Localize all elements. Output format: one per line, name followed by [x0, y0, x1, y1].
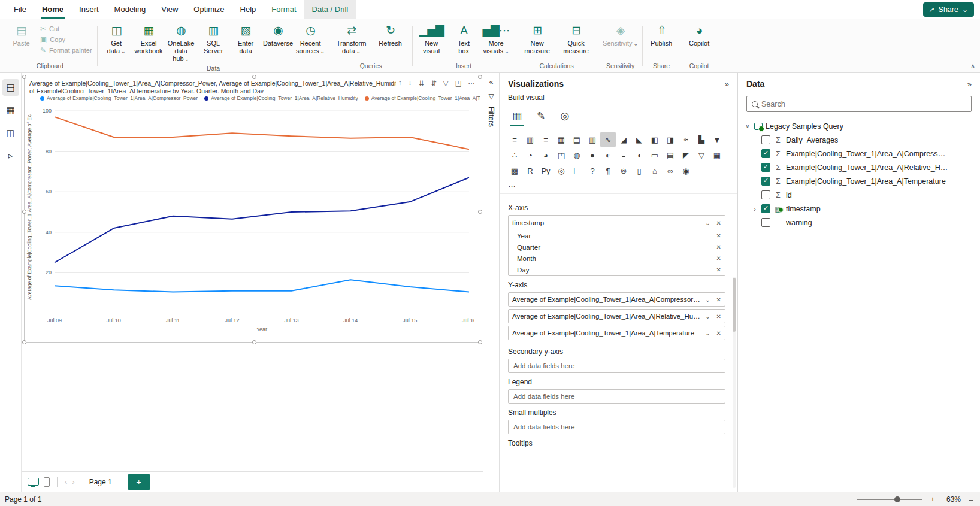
visual-type-button[interactable]: ◖	[631, 147, 647, 163]
visual-type-button[interactable]: ◒	[616, 147, 631, 163]
menu-tab[interactable]: Format	[264, 0, 304, 19]
format-painter-button[interactable]: ✎ Format painter	[38, 46, 95, 55]
remove-field-icon[interactable]: ✕	[714, 330, 721, 337]
visual-type-button[interactable]: ≡	[507, 132, 522, 147]
zoom-slider[interactable]	[857, 499, 922, 500]
menu-tab[interactable]: Insert	[71, 0, 107, 19]
visual-type-button[interactable]: ▭	[647, 147, 663, 163]
legend-item[interactable]: Average of Example|Cooling_Tower_1|Area_…	[365, 95, 480, 101]
resize-handle[interactable]	[22, 210, 26, 214]
visual-type-button[interactable]: ▤	[663, 147, 678, 163]
visual-type-button[interactable]: ▤	[569, 132, 585, 147]
ribbon-button[interactable]: ◉ Dataverse⌄	[262, 20, 294, 48]
cut-button[interactable]: ✂ Cut	[38, 24, 95, 34]
add-data-fields-dropzone[interactable]: Add data fields here	[508, 359, 725, 373]
resize-handle[interactable]	[252, 75, 256, 79]
resize-handle[interactable]	[478, 340, 482, 344]
field-row[interactable]: › Example|Cooling_Tower_1|Area_A|Compres…	[744, 147, 975, 160]
desktop-view-icon[interactable]	[28, 478, 39, 486]
hierarchy-level-item[interactable]: Month ✕	[509, 253, 725, 264]
visual-type-button[interactable]: ▙	[694, 132, 709, 147]
remove-field-icon[interactable]: ✕	[714, 220, 721, 226]
panel-mode-button[interactable]: ▦	[508, 107, 526, 125]
ribbon-button[interactable]: ▥ SQL Server⌄	[198, 20, 229, 56]
visual-type-button[interactable]: ▥	[522, 132, 538, 147]
visual-type-button[interactable]: ◰	[553, 147, 569, 163]
field-checkbox[interactable]	[761, 163, 770, 172]
menu-tab[interactable]: Help	[232, 0, 264, 19]
field-row[interactable]: › Example|Cooling_Tower_1|Area_A|Tempera…	[744, 174, 975, 188]
view-rail-button[interactable]: ▦	[2, 102, 19, 119]
hierarchy-level-item[interactable]: Quarter ✕	[509, 241, 725, 253]
field-checkbox[interactable]	[761, 149, 770, 158]
field-row[interactable]: › Daily_Averages	[744, 133, 975, 147]
add-page-button[interactable]: +	[128, 474, 150, 490]
collapse-ribbon-button[interactable]: ∧	[970, 62, 975, 70]
visual-type-button[interactable]: ▥	[585, 132, 600, 147]
field-row[interactable]: › id	[744, 188, 975, 202]
visual-type-button[interactable]: ◔	[522, 147, 538, 163]
legend-item[interactable]: Average of Example|Cooling_Tower_1|Area_…	[204, 95, 358, 101]
visual-type-button[interactable]: ▩	[507, 163, 522, 178]
visual-type-button[interactable]: ◍	[569, 147, 585, 163]
field-checkbox[interactable]	[761, 135, 770, 144]
visual-type-button[interactable]: ▦	[553, 132, 569, 147]
add-data-fields-dropzone[interactable]: Add data fields here	[508, 420, 725, 434]
visual-type-button[interactable]: ◕	[538, 147, 553, 163]
drill-down-icon[interactable]: ↓	[409, 79, 412, 87]
focus-mode-icon[interactable]: ◳	[455, 79, 462, 87]
collapse-data-pane-button[interactable]: »	[967, 80, 972, 89]
view-rail-button[interactable]: ◫	[2, 125, 19, 141]
visual-type-button[interactable]: ◎	[553, 163, 569, 178]
field-pill[interactable]: Average of Example|Cooling_Tower_1|Area_…	[508, 326, 725, 340]
visual-type-button[interactable]: ⌂	[647, 163, 663, 178]
menu-tab[interactable]: Modeling	[107, 0, 154, 19]
collapse-table-icon[interactable]: ∨	[744, 123, 751, 129]
hierarchy-level-item[interactable]: Year ✕	[509, 230, 725, 241]
visual-type-button[interactable]: ◢	[616, 132, 631, 147]
remove-field-icon[interactable]: ✕	[714, 296, 721, 303]
resize-handle[interactable]	[252, 340, 256, 344]
ribbon-button[interactable]: ◫ Get data⌄	[101, 20, 132, 56]
add-data-fields-dropzone[interactable]: Add data fields here	[508, 389, 725, 404]
zoom-in-button[interactable]: +	[928, 495, 937, 504]
field-row[interactable]: › Example|Cooling_Tower_1|Area_A|Relativ…	[744, 160, 975, 174]
visual-type-button[interactable]: ◨	[663, 132, 678, 147]
visual-type-button[interactable]: ¶	[600, 163, 616, 178]
zoom-slider-thumb[interactable]	[894, 496, 900, 502]
ribbon-button[interactable]: ◈ Sensitivity⌄	[601, 20, 640, 49]
remove-field-icon[interactable]: ✕	[714, 232, 721, 239]
chevron-down-icon[interactable]: ⌄	[701, 330, 713, 337]
fit-to-page-icon[interactable]	[967, 496, 975, 502]
scrollbar-thumb[interactable]	[733, 278, 736, 332]
more-options-icon[interactable]: ⋯	[468, 79, 476, 87]
collapse-visualizations-pane-button[interactable]: »	[725, 80, 729, 89]
legend-item[interactable]: Average of Example|Cooling_Tower_1|Area_…	[40, 95, 198, 101]
visual-type-button[interactable]: ≡	[538, 132, 553, 147]
ribbon-button[interactable]: ▧ Enter data⌄	[230, 20, 262, 56]
ribbon-button[interactable]: ◷ Recent sources⌄	[295, 20, 326, 56]
field-pill-timestamp[interactable]: timestamp ⌄ ✕	[509, 216, 725, 230]
visual-filter-icon[interactable]: ▽	[443, 79, 449, 87]
menu-tab[interactable]: Optimize	[186, 0, 232, 19]
get-more-visuals-button[interactable]: …	[500, 178, 737, 194]
ribbon-button[interactable]: ⊟ Quick measure⌄	[557, 20, 595, 56]
visual-type-button[interactable]: ●	[585, 147, 600, 163]
ribbon-button[interactable]: ↻ Refresh⌄	[371, 20, 410, 48]
field-checkbox[interactable]	[761, 190, 770, 199]
visual-type-button[interactable]: ▼	[709, 132, 725, 147]
wells-scrollbar[interactable]	[733, 277, 736, 488]
ribbon-button[interactable]: ⊞ New measure⌄	[518, 20, 556, 56]
ribbon-button[interactable]: ▦ Excel workbook⌄	[133, 20, 165, 56]
field-checkbox[interactable]	[761, 218, 770, 227]
report-canvas[interactable]: ↑ ↓ ⇊ ⇵ ▽ ◳ ⋯ Average of Exa	[22, 73, 483, 492]
field-checkbox[interactable]	[761, 177, 770, 186]
resize-handle[interactable]	[22, 340, 26, 344]
visual-type-button[interactable]: ▽	[694, 147, 709, 163]
chevron-down-icon[interactable]: ⌄	[701, 220, 713, 226]
field-row[interactable]: › warning	[744, 216, 975, 229]
remove-field-icon[interactable]: ✕	[714, 313, 721, 320]
chevron-down-icon[interactable]: ⌄	[701, 313, 713, 320]
visual-type-button[interactable]: ⊚	[616, 163, 631, 178]
visual-type-button[interactable]: ?	[585, 163, 600, 178]
